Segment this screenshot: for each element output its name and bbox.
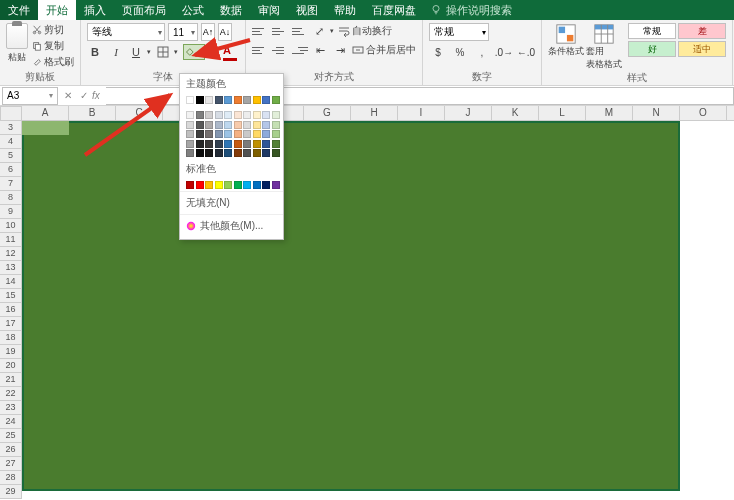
color-swatch[interactable]	[234, 111, 242, 119]
color-swatch[interactable]	[243, 140, 251, 148]
row-header-23[interactable]: 23	[0, 401, 22, 415]
worksheet[interactable]: ABCDEFGHIJKLMNOPQ 3456789101112131415161…	[0, 106, 734, 500]
row-header-17[interactable]: 17	[0, 317, 22, 331]
col-header-B[interactable]: B	[69, 106, 116, 121]
row-header-21[interactable]: 21	[0, 373, 22, 387]
color-swatch[interactable]	[234, 181, 242, 189]
percent-button[interactable]: %	[451, 44, 469, 60]
color-swatch[interactable]	[224, 111, 232, 119]
color-swatch[interactable]	[205, 111, 213, 119]
name-box[interactable]: A3	[2, 87, 58, 105]
color-swatch[interactable]	[243, 96, 251, 104]
color-swatch[interactable]	[196, 121, 204, 129]
color-swatch[interactable]	[272, 149, 280, 157]
row-header-12[interactable]: 12	[0, 247, 22, 261]
row-header-26[interactable]: 26	[0, 443, 22, 457]
color-swatch[interactable]	[253, 130, 261, 138]
decrease-indent-button[interactable]: ⇤	[312, 42, 328, 58]
row-header-11[interactable]: 11	[0, 233, 22, 247]
row-header-20[interactable]: 20	[0, 359, 22, 373]
color-swatch[interactable]	[186, 111, 194, 119]
color-swatch[interactable]	[205, 121, 213, 129]
tell-me-search[interactable]: 操作说明搜索	[430, 3, 512, 18]
col-header-M[interactable]: M	[586, 106, 633, 121]
color-swatch[interactable]	[215, 121, 223, 129]
col-header-N[interactable]: N	[633, 106, 680, 121]
row-header-10[interactable]: 10	[0, 219, 22, 233]
active-cell[interactable]	[22, 121, 69, 135]
border-button[interactable]	[156, 44, 178, 60]
tab-review[interactable]: 审阅	[250, 0, 288, 20]
color-swatch[interactable]	[253, 121, 261, 129]
column-headers[interactable]: ABCDEFGHIJKLMNOPQ	[22, 106, 734, 121]
decrease-decimal-button[interactable]: ←.0	[517, 44, 535, 60]
number-format-select[interactable]: 常规	[429, 23, 489, 41]
col-header-J[interactable]: J	[445, 106, 492, 121]
color-swatch[interactable]	[205, 149, 213, 157]
color-swatch[interactable]	[196, 181, 204, 189]
more-colors-item[interactable]: 其他颜色(M)...	[180, 214, 283, 237]
increase-decimal-button[interactable]: .0→	[495, 44, 513, 60]
color-swatch[interactable]	[234, 121, 242, 129]
color-swatch[interactable]	[215, 96, 223, 104]
color-swatch[interactable]	[196, 130, 204, 138]
row-header-13[interactable]: 13	[0, 261, 22, 275]
style-neutral[interactable]: 适中	[678, 41, 726, 57]
tab-data[interactable]: 数据	[212, 0, 250, 20]
row-header-14[interactable]: 14	[0, 275, 22, 289]
color-swatch[interactable]	[186, 96, 194, 104]
color-swatch[interactable]	[196, 111, 204, 119]
format-painter-button[interactable]: 格式刷	[32, 55, 74, 69]
tab-help[interactable]: 帮助	[326, 0, 364, 20]
col-header-I[interactable]: I	[398, 106, 445, 121]
color-swatch[interactable]	[224, 181, 232, 189]
tab-formulas[interactable]: 公式	[174, 0, 212, 20]
color-swatch[interactable]	[224, 149, 232, 157]
color-swatch[interactable]	[205, 140, 213, 148]
merge-center-button[interactable]: 合并后居中	[352, 43, 416, 57]
color-swatch[interactable]	[272, 96, 280, 104]
color-swatch[interactable]	[234, 130, 242, 138]
color-swatch[interactable]	[262, 121, 270, 129]
color-swatch[interactable]	[224, 130, 232, 138]
color-swatch[interactable]	[196, 149, 204, 157]
no-fill-item[interactable]: 无填充(N)	[180, 191, 283, 214]
color-swatch[interactable]	[186, 181, 194, 189]
row-headers[interactable]: 3456789101112131415161718192021222324252…	[0, 121, 22, 499]
color-swatch[interactable]	[224, 140, 232, 148]
color-swatch[interactable]	[215, 149, 223, 157]
color-swatch[interactable]	[272, 111, 280, 119]
increase-indent-button[interactable]: ⇥	[332, 42, 348, 58]
row-header-27[interactable]: 27	[0, 457, 22, 471]
fill-color-button[interactable]	[183, 44, 205, 60]
copy-button[interactable]: 复制	[32, 39, 74, 53]
style-bad[interactable]: 差	[678, 23, 726, 39]
color-swatch[interactable]	[215, 140, 223, 148]
col-header-O[interactable]: O	[680, 106, 727, 121]
bold-button[interactable]: B	[87, 44, 103, 60]
row-header-25[interactable]: 25	[0, 429, 22, 443]
row-header-18[interactable]: 18	[0, 331, 22, 345]
color-swatch[interactable]	[253, 181, 261, 189]
color-swatch[interactable]	[243, 111, 251, 119]
col-header-C[interactable]: C	[116, 106, 163, 121]
color-swatch[interactable]	[243, 149, 251, 157]
color-swatch[interactable]	[215, 111, 223, 119]
fx-icon[interactable]: fx	[92, 90, 106, 101]
paste-button[interactable]: 粘贴	[6, 23, 28, 64]
tab-file[interactable]: 文件	[0, 0, 38, 20]
row-header-24[interactable]: 24	[0, 415, 22, 429]
align-center-button[interactable]	[272, 43, 288, 57]
orientation-button[interactable]: ⤢	[312, 23, 334, 39]
color-swatch[interactable]	[234, 149, 242, 157]
col-header-P[interactable]: P	[727, 106, 734, 121]
color-swatch[interactable]	[253, 149, 261, 157]
row-header-3[interactable]: 3	[0, 121, 22, 135]
style-good[interactable]: 好	[628, 41, 676, 57]
color-swatch[interactable]	[243, 121, 251, 129]
col-header-H[interactable]: H	[351, 106, 398, 121]
col-header-A[interactable]: A	[22, 106, 69, 121]
tab-view[interactable]: 视图	[288, 0, 326, 20]
currency-button[interactable]: $	[429, 44, 447, 60]
color-swatch[interactable]	[205, 96, 213, 104]
